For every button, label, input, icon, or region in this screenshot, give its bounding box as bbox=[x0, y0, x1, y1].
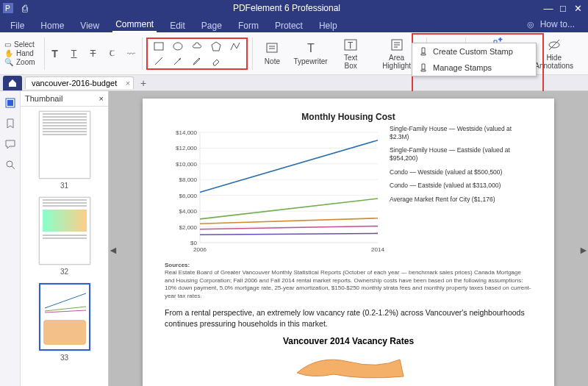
hand-tool[interactable]: ✋ Hand bbox=[4, 49, 34, 57]
menu-home[interactable]: Home bbox=[37, 19, 67, 32]
how-to-label: How to... bbox=[537, 18, 578, 31]
next-page-arrow[interactable]: ► bbox=[579, 239, 588, 261]
svg-rect-8 bbox=[267, 43, 277, 52]
svg-text:$6,000: $6,000 bbox=[179, 193, 198, 199]
sources-heading: Sources: bbox=[165, 262, 532, 269]
note-button[interactable]: Note bbox=[257, 40, 287, 67]
close-button[interactable]: ✕ bbox=[570, 3, 585, 14]
svg-text:2006: 2006 bbox=[193, 246, 207, 253]
app-title: PDFelement 6 Professional bbox=[32, 3, 541, 13]
how-to-link[interactable]: ◎ How to... bbox=[524, 16, 581, 32]
typewriter-label: Typewriter bbox=[294, 57, 328, 65]
svg-line-50 bbox=[200, 218, 378, 224]
note-label: Note bbox=[265, 57, 280, 65]
svg-text:$4,000: $4,000 bbox=[179, 208, 198, 215]
search-panel-icon[interactable] bbox=[4, 159, 16, 171]
create-stamp-dropdown: Create Custom Stamp Manage Stamps bbox=[412, 43, 537, 76]
legend-0: Single-Family House — Westside (valued a… bbox=[390, 125, 532, 140]
typewriter-button[interactable]: T Typewriter bbox=[291, 40, 329, 67]
textbox-button[interactable]: T Text Box bbox=[334, 36, 368, 71]
menu-file[interactable]: File bbox=[7, 19, 27, 32]
oval-shape-icon[interactable] bbox=[173, 41, 183, 51]
caret-icon[interactable]: Ꞇ bbox=[107, 48, 118, 60]
thumbnail-panel: Thumbnail × 31 32 33 bbox=[21, 91, 109, 386]
select-tool-label: Select bbox=[14, 40, 35, 49]
legend-3: Condo — Eastside (valued at $313,000) bbox=[390, 182, 532, 190]
prev-page-arrow[interactable]: ◄ bbox=[109, 239, 118, 261]
svg-line-49 bbox=[200, 199, 378, 219]
maximize-button[interactable]: □ bbox=[556, 3, 570, 14]
svg-text:T: T bbox=[307, 42, 315, 54]
thumbnail-33[interactable] bbox=[39, 283, 90, 351]
comment-panel-icon[interactable] bbox=[4, 138, 16, 150]
strike-icon[interactable]: T bbox=[87, 48, 99, 60]
svg-line-52 bbox=[200, 233, 378, 235]
thumbnail-31-number: 31 bbox=[60, 182, 68, 190]
document-tab[interactable]: vancouver-2016-budget × bbox=[25, 76, 134, 89]
squiggly-icon[interactable]: 〰 bbox=[126, 48, 137, 60]
pencil-icon[interactable] bbox=[192, 56, 202, 66]
body-text: From a rental perspective, an extremely … bbox=[165, 307, 532, 329]
menu-form[interactable]: Form bbox=[235, 19, 262, 32]
select-tool[interactable]: ▭ Select bbox=[4, 40, 35, 49]
thumbnail-33-number: 33 bbox=[60, 354, 68, 362]
thumbnail-32[interactable] bbox=[39, 197, 90, 265]
svg-rect-2 bbox=[154, 43, 163, 50]
manage-stamps-item[interactable]: Manage Stamps bbox=[412, 60, 536, 76]
close-tab-icon[interactable]: × bbox=[126, 79, 130, 87]
document-area: ◄ ► Monthly Housing Cost $0$2,000$4,000$… bbox=[109, 91, 588, 386]
page: Monthly Housing Cost $0$2,000$4,000$6,00… bbox=[143, 99, 554, 386]
zoom-tool[interactable]: 🔍 Zoom bbox=[4, 58, 35, 66]
minimize-button[interactable]: — bbox=[541, 3, 556, 14]
sources-body: Real Estate Board of Greater Vancouver M… bbox=[165, 269, 532, 300]
shapes-group bbox=[146, 37, 248, 70]
add-tab-button[interactable]: + bbox=[137, 77, 150, 89]
thumbnail-panel-icon[interactable] bbox=[4, 97, 16, 109]
create-custom-stamp-item[interactable]: Create Custom Stamp bbox=[412, 43, 536, 60]
chart: $0$2,000$4,000$6,000$8,000$10,000$12,000… bbox=[165, 125, 385, 257]
svg-text:+: + bbox=[498, 36, 502, 43]
menu-view[interactable]: View bbox=[77, 19, 102, 32]
legend-2: Condo — Westside (valued at $500,500) bbox=[390, 168, 532, 176]
tabstrip: vancouver-2016-budget × + bbox=[0, 75, 588, 91]
svg-text:$10,000: $10,000 bbox=[176, 161, 197, 168]
bookmark-panel-icon[interactable] bbox=[4, 118, 16, 129]
svg-text:$14,000: $14,000 bbox=[176, 129, 197, 136]
underline-icon[interactable]: T bbox=[68, 48, 80, 60]
document-tab-label: vancouver-2016-budget bbox=[32, 79, 117, 87]
print-icon[interactable]: ⎙ bbox=[18, 3, 32, 14]
menu-edit[interactable]: Edit bbox=[167, 19, 188, 32]
create-custom-stamp-label: Create Custom Stamp bbox=[433, 47, 513, 56]
svg-text:T: T bbox=[348, 40, 354, 51]
textbox-label: Text Box bbox=[337, 54, 365, 70]
thumbnail-31[interactable] bbox=[39, 111, 90, 179]
left-sidebar bbox=[0, 91, 21, 386]
svg-marker-4 bbox=[212, 42, 220, 51]
menu-protect[interactable]: Protect bbox=[272, 19, 306, 32]
legend-1: Single-Family House — Eastside (valued a… bbox=[390, 146, 532, 162]
svg-text:$2,000: $2,000 bbox=[179, 224, 198, 231]
highlight-icon[interactable]: T bbox=[49, 48, 61, 60]
menu-help[interactable]: Help bbox=[316, 19, 340, 32]
hand-tool-label: Hand bbox=[16, 49, 34, 57]
close-thumbnail-panel-icon[interactable]: × bbox=[99, 94, 104, 103]
home-tab-icon[interactable] bbox=[3, 76, 22, 90]
polygon-shape-icon[interactable] bbox=[211, 41, 221, 51]
svg-text:$8,000: $8,000 bbox=[179, 176, 198, 183]
line-shape-icon[interactable] bbox=[154, 56, 164, 66]
thumbnail-32-number: 32 bbox=[60, 268, 68, 276]
arrow-shape-icon[interactable] bbox=[173, 56, 183, 66]
menu-comment[interactable]: Comment bbox=[112, 18, 157, 32]
svg-rect-22 bbox=[7, 100, 13, 106]
eraser-icon[interactable] bbox=[211, 56, 221, 66]
svg-text:$12,000: $12,000 bbox=[176, 145, 197, 151]
svg-point-3 bbox=[173, 43, 182, 50]
thumbnail-panel-title: Thumbnail bbox=[25, 94, 62, 103]
cloud-shape-icon[interactable] bbox=[192, 41, 202, 51]
subtitle: Vancouver 2014 Vacancy Rates bbox=[165, 336, 532, 346]
zoom-tool-label: Zoom bbox=[16, 58, 35, 66]
chart-legend: Single-Family House — Westside (valued a… bbox=[390, 125, 532, 257]
menu-page[interactable]: Page bbox=[198, 19, 225, 32]
rectangle-shape-icon[interactable] bbox=[154, 41, 164, 51]
line-connected-icon[interactable] bbox=[230, 41, 240, 51]
